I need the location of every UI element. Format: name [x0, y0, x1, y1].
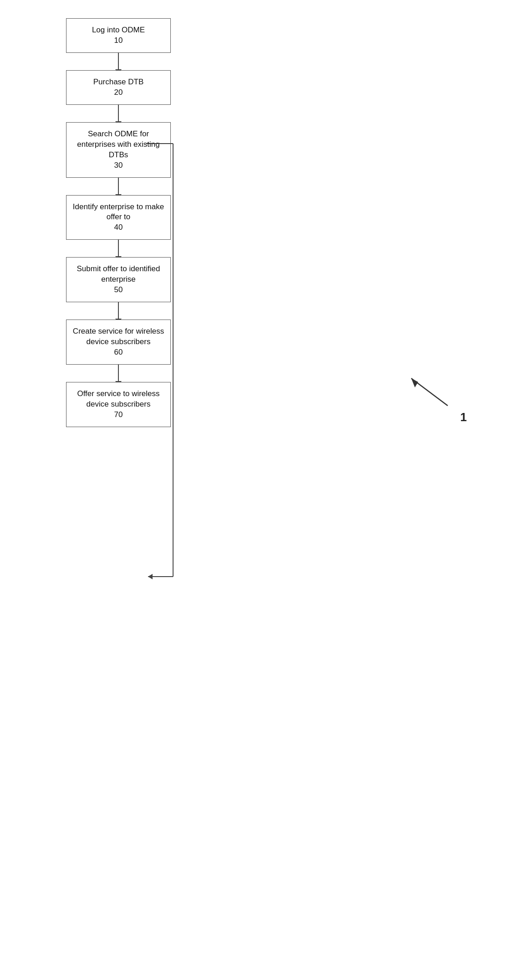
reference-label: 1 — [460, 410, 467, 424]
box-offer-service-text: Offer service to wireless device subscri… — [77, 389, 159, 408]
arrow-1-to-2 — [118, 53, 119, 70]
arrow-3-to-4 — [118, 178, 119, 195]
arrow-5-to-6 — [118, 302, 119, 320]
reference-arrow-svg — [402, 374, 457, 410]
box-create-service-number: 60 — [114, 348, 123, 356]
box-submit-offer-text: Submit offer to identified enterprise — [77, 264, 160, 284]
box-log-into-odme: Log into ODME 10 — [66, 18, 171, 53]
arrow-2-to-3 — [118, 105, 119, 122]
arrow-4-to-5 — [118, 240, 119, 257]
box-search-odme-text: Search ODME for enterprises with existin… — [77, 129, 159, 159]
box-log-into-odme-text: Log into ODME — [92, 26, 145, 34]
box-purchase-dtb-text: Purchase DTB — [93, 77, 144, 86]
svg-marker-5 — [411, 378, 418, 387]
box-search-odme: Search ODME for enterprises with existin… — [66, 122, 171, 178]
box-identify-enterprise-number: 40 — [114, 223, 123, 232]
box-identify-enterprise-text: Identify enterprise to make offer to — [73, 202, 164, 222]
box-offer-service: Offer service to wireless device subscri… — [66, 382, 171, 427]
arrow-6-to-7 — [118, 365, 119, 382]
box-create-service-text: Create service for wireless device subsc… — [73, 327, 164, 346]
box-purchase-dtb: Purchase DTB 20 — [66, 70, 171, 105]
svg-marker-3 — [148, 574, 153, 579]
box-log-into-odme-number: 10 — [114, 36, 123, 45]
box-create-service: Create service for wireless device subsc… — [66, 320, 171, 365]
box-identify-enterprise: Identify enterprise to make offer to 40 — [66, 195, 171, 240]
box-search-odme-number: 30 — [114, 161, 123, 170]
flowchart: Log into ODME 10 Purchase DTB 20 Search … — [41, 18, 196, 427]
box-offer-service-number: 70 — [114, 410, 123, 419]
box-submit-offer: Submit offer to identified enterprise 50 — [66, 257, 171, 302]
box-submit-offer-number: 50 — [114, 285, 123, 294]
box-purchase-dtb-number: 20 — [114, 88, 123, 97]
